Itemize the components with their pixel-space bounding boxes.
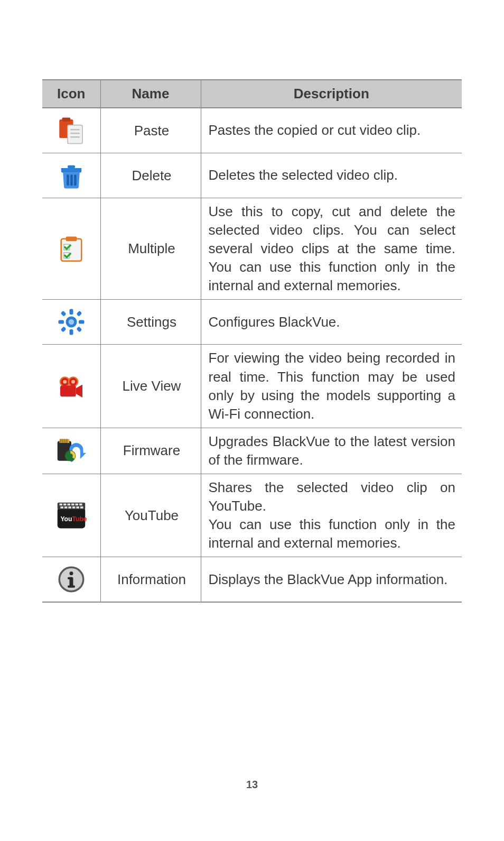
name-cell: Delete <box>100 153 201 198</box>
table-header-row: Icon Name Description <box>42 80 462 108</box>
svg-rect-32 <box>62 439 63 443</box>
svg-rect-11 <box>66 236 77 241</box>
name-cell: Firmware <box>100 428 201 474</box>
description-cell: Use this to copy, cut and delete the sel… <box>201 198 462 300</box>
information-icon <box>54 562 88 596</box>
header-description: Description <box>201 80 462 108</box>
svg-rect-18 <box>79 320 85 324</box>
svg-rect-2 <box>68 125 82 144</box>
svg-text:YouTube: YouTube <box>60 515 87 523</box>
page-number: 13 <box>0 779 504 791</box>
svg-rect-46 <box>64 506 68 509</box>
description-cell: Shares the selected video clip on YouTub… <box>201 474 462 557</box>
svg-rect-8 <box>70 174 72 186</box>
icon-cell: F/W <box>42 428 100 474</box>
svg-rect-50 <box>80 506 83 509</box>
table-row: YouTube YouTube Shares the selected vide… <box>42 474 462 557</box>
svg-rect-56 <box>68 586 75 588</box>
svg-rect-47 <box>68 506 71 509</box>
icon-reference-table: Icon Name Description <box>42 79 462 603</box>
svg-rect-1 <box>62 118 70 122</box>
svg-rect-55 <box>68 577 72 579</box>
svg-point-26 <box>63 380 67 383</box>
svg-rect-48 <box>72 506 76 509</box>
table-row: Paste Pastes the copied or cut video cli… <box>42 108 462 153</box>
table-row: Information Displays the BlackVue App in… <box>42 557 462 603</box>
icon-cell <box>42 300 100 345</box>
liveview-icon <box>54 369 88 403</box>
header-icon: Icon <box>42 80 100 108</box>
svg-rect-17 <box>58 320 64 324</box>
settings-icon <box>54 305 88 339</box>
svg-rect-21 <box>76 311 82 317</box>
svg-rect-49 <box>76 506 79 509</box>
svg-rect-44 <box>79 504 82 506</box>
svg-point-27 <box>71 380 75 383</box>
name-cell: Live View <box>100 345 201 428</box>
svg-rect-15 <box>69 309 73 315</box>
svg-rect-28 <box>60 385 76 396</box>
svg-rect-22 <box>60 327 66 332</box>
svg-rect-43 <box>75 504 78 506</box>
description-cell: For viewing the video being record­ed in… <box>201 345 462 428</box>
paste-icon <box>54 114 88 147</box>
name-cell: YouTube <box>100 474 201 557</box>
svg-rect-34 <box>66 439 67 443</box>
icon-cell: YouTube <box>42 474 100 557</box>
icon-cell <box>42 345 100 428</box>
description-cell: Deletes the selected video clip. <box>201 153 462 198</box>
svg-rect-33 <box>64 439 66 443</box>
svg-rect-19 <box>60 311 66 317</box>
svg-rect-39 <box>59 504 62 506</box>
description-cell: Configures BlackVue. <box>201 300 462 345</box>
svg-rect-9 <box>74 174 76 186</box>
svg-text:F/W: F/W <box>66 460 74 466</box>
svg-rect-6 <box>68 165 75 168</box>
name-cell: Settings <box>100 300 201 345</box>
multiple-icon <box>54 232 88 266</box>
youtube-icon: YouTube <box>54 498 88 532</box>
svg-rect-20 <box>76 327 82 332</box>
svg-rect-42 <box>71 504 74 506</box>
svg-rect-31 <box>60 439 61 443</box>
svg-rect-40 <box>63 504 67 506</box>
description-cell: Pastes the copied or cut video clip. <box>201 108 462 153</box>
delete-icon <box>54 159 88 192</box>
table-row: Delete Deletes the selected video clip. <box>42 153 462 198</box>
table-row: Settings Configures BlackVue. <box>42 300 462 345</box>
table-row: Live View For viewing the video being re… <box>42 345 462 428</box>
svg-point-53 <box>69 572 73 576</box>
icon-cell <box>42 557 100 603</box>
icon-cell <box>42 108 100 153</box>
svg-rect-45 <box>60 506 63 509</box>
name-cell: Paste <box>100 108 201 153</box>
firmware-icon: F/W <box>54 434 88 468</box>
svg-rect-41 <box>67 504 70 506</box>
table-row: F/W Firmware Upgrades BlackVue to the la… <box>42 428 462 474</box>
name-cell: Information <box>100 557 201 603</box>
icon-cell <box>42 153 100 198</box>
name-cell: Multiple <box>100 198 201 300</box>
header-name: Name <box>100 80 201 108</box>
svg-rect-7 <box>67 174 69 186</box>
icon-cell <box>42 198 100 300</box>
table-row: Multiple Use this to copy, cut and delet… <box>42 198 462 300</box>
description-cell: Displays the BlackVue App infor­mation. <box>201 557 462 603</box>
svg-rect-16 <box>69 329 73 335</box>
svg-point-23 <box>69 319 74 325</box>
description-cell: Upgrades BlackVue to the latest version … <box>201 428 462 474</box>
